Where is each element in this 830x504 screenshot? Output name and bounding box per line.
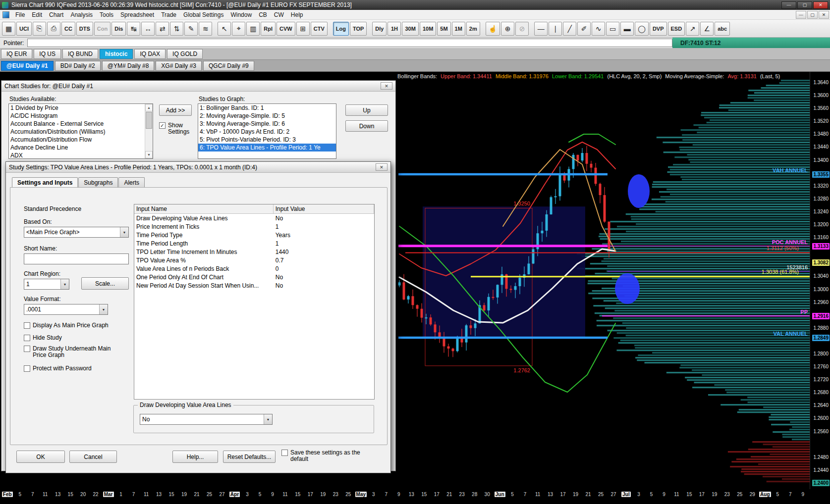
reset-defaults-button[interactable]: Reset Defaults... xyxy=(223,451,276,463)
input-row[interactable]: One Period Only At End Of ChartNo xyxy=(134,273,374,281)
dts-button[interactable]: DTS xyxy=(76,22,93,36)
date-axis[interactable]: Feb571113152022Mar1711131519212527Apr359… xyxy=(0,489,830,499)
move-down-button[interactable]: Down xyxy=(345,120,388,132)
timeframe-10m-button[interactable]: 10M xyxy=(420,22,436,36)
menu-file[interactable]: File xyxy=(12,10,28,19)
input-row[interactable]: TPO Value Area %0.7 xyxy=(134,256,374,264)
menu-global-settings[interactable]: Global Settings xyxy=(180,10,227,19)
close-icon[interactable]: ✕ xyxy=(381,82,392,90)
chart-region-select[interactable]: 1 ▼ xyxy=(24,279,69,290)
input-row[interactable]: Value Area Lines of n Periods Back0 xyxy=(134,264,374,273)
chart-studies-titlebar[interactable]: Chart Studies for: @EU# Daily #1 ✕ xyxy=(1,81,395,92)
timeframe-1m-button[interactable]: 1M xyxy=(452,22,465,36)
menu-edit[interactable]: Edit xyxy=(28,10,46,19)
scroll-up-icon[interactable]: ▲ xyxy=(145,104,153,111)
input-row[interactable]: Time Period TypeYears xyxy=(134,231,374,239)
pointer-input[interactable] xyxy=(27,39,672,47)
hand-tool-icon[interactable]: ☝ xyxy=(486,22,500,36)
chartbook-tab-histocic[interactable]: histocic xyxy=(100,49,133,59)
maximize-button[interactable]: ▢ xyxy=(797,1,812,9)
scrollbar[interactable]: ▲ ▼ xyxy=(145,104,153,158)
angle-tool-icon[interactable]: ∠ xyxy=(700,22,714,36)
scroll-down-icon[interactable]: ▼ xyxy=(145,151,153,158)
tab-settings-and-inputs[interactable]: Settings and Inputs xyxy=(12,177,78,188)
protect-with-password-checkbox[interactable] xyxy=(24,365,30,372)
study-settings-titlebar[interactable]: Study Settings: TPO Value Area Lines - P… xyxy=(6,162,390,173)
add-grid-icon[interactable]: ⊞ xyxy=(296,22,310,36)
menu-cb[interactable]: CB xyxy=(255,10,271,19)
chart-tab[interactable]: XG# Daily #3 xyxy=(156,61,202,71)
list-item[interactable]: 3: Moving Average-Simple. ID: 6 xyxy=(198,120,336,128)
studies-to-graph-list[interactable]: 1: Bollinger Bands. ID: 12: Moving Avera… xyxy=(198,103,336,159)
chevron-down-icon[interactable]: ▼ xyxy=(99,304,108,314)
chevron-down-icon[interactable]: ▼ xyxy=(264,414,272,424)
crosshair-tool-icon[interactable]: ⌖ xyxy=(232,22,245,36)
input-row[interactable]: Price Increment in Ticks1 xyxy=(134,222,374,231)
ctv-button[interactable]: CTV xyxy=(311,22,328,36)
cvw-button[interactable]: CVW xyxy=(277,22,295,36)
protect-with-password-checkbox-row[interactable]: Protect with Password xyxy=(24,365,133,372)
window-titlebar[interactable]: Sierra Chart 990 IQFeed 2013-06-26 00:26… xyxy=(0,0,830,10)
chart-tab[interactable]: BD# Daily #2 xyxy=(55,61,101,71)
price-scale[interactable]: 1.36401.36001.35601.35201.34801.34401.34… xyxy=(810,72,830,489)
menu-help[interactable]: Help xyxy=(287,10,307,19)
top-button[interactable]: TOP xyxy=(350,22,367,36)
input-row[interactable]: TPO Letter Time Increment In Minutes1440 xyxy=(134,248,374,256)
close-icon[interactable]: ✕ xyxy=(376,163,387,171)
input-row[interactable]: Time Period Length1 xyxy=(134,239,374,248)
chart-tab[interactable]: @YM# Daily #8 xyxy=(102,61,155,71)
list-item[interactable]: 4: VbP - 10000 Days At End. ID: 2 xyxy=(198,128,336,136)
list-item[interactable]: 1: Bollinger Bands. ID: 1 xyxy=(198,104,336,112)
log-scale-button[interactable]: Log xyxy=(333,22,349,36)
vertical-line-tool-icon[interactable]: ∣ xyxy=(549,22,562,36)
list-item[interactable]: Advance Decline Line xyxy=(9,144,145,151)
save-default-checkbox-row[interactable]: Save these settings as the default xyxy=(281,450,361,462)
menu-spreadsheet[interactable]: Spreadsheet xyxy=(117,10,158,19)
scale-button[interactable]: Scale... xyxy=(81,277,129,290)
chevron-down-icon[interactable]: ▼ xyxy=(60,279,69,289)
draw-developing-select[interactable]: No ▼ xyxy=(140,414,273,425)
trendline-tool-icon[interactable]: ╱ xyxy=(563,22,576,36)
daily-button[interactable]: Dly xyxy=(372,22,387,36)
input-row[interactable]: New Period At Day Session Start When Usi… xyxy=(134,281,374,290)
timeframe-1h-button[interactable]: 1H xyxy=(387,22,401,36)
timeframe-2m-button[interactable]: 2m xyxy=(466,22,480,36)
menu-window[interactable]: Window xyxy=(227,10,255,19)
timeframe-5m-button[interactable]: 5M xyxy=(437,22,450,36)
hide-study-checkbox-row[interactable]: Hide Study xyxy=(24,335,133,341)
document-icon[interactable] xyxy=(2,11,9,18)
short-name-input[interactable] xyxy=(24,253,129,264)
dis-button[interactable]: Dis xyxy=(111,22,126,36)
input-name-header[interactable]: Input Name xyxy=(134,204,274,213)
child-restore-button[interactable]: ▢ xyxy=(807,11,818,19)
bar-spacing-decrease-icon[interactable]: ↹ xyxy=(127,22,140,36)
chart-icon[interactable]: ▦ xyxy=(2,22,15,36)
input-value-header[interactable]: Input Value xyxy=(274,204,374,213)
minimize-button[interactable]: — xyxy=(781,1,796,9)
list-item[interactable]: 2: Moving Average-Simple. ID: 5 xyxy=(198,112,336,120)
pointer-tool-icon[interactable]: ↖ xyxy=(218,22,231,36)
dvp-button[interactable]: DVP xyxy=(650,22,667,36)
filled-rectangle-tool-icon[interactable]: ▬ xyxy=(620,22,634,36)
value-format-select[interactable]: .0001 ▼ xyxy=(24,304,108,315)
chart-tab[interactable]: QGC# Daily #9 xyxy=(203,61,254,71)
scrollbar-thumb[interactable] xyxy=(146,112,152,129)
chartbook-tab-iq-bund[interactable]: IQ BUND xyxy=(62,49,98,59)
chartbook-tab-iq-us[interactable]: IQ US xyxy=(34,49,61,59)
chevron-down-icon[interactable]: ▼ xyxy=(120,227,128,237)
bar-spacing-increase-icon[interactable]: ↔ xyxy=(141,22,155,36)
list-item[interactable]: 1 Divided by Price xyxy=(9,104,145,112)
input-row[interactable]: Draw Developing Value Area LinesNo xyxy=(134,214,374,222)
list-item[interactable]: Accumulation/Distribution Flow xyxy=(9,136,145,144)
cc-button[interactable]: CC xyxy=(61,22,75,36)
menu-tools[interactable]: Tools xyxy=(96,10,117,19)
menu-chart[interactable]: Chart xyxy=(46,10,67,19)
annotate-tool-icon[interactable]: ✐ xyxy=(577,22,591,36)
chartbook-tab-iq-gold[interactable]: IQ GOLD xyxy=(167,49,203,59)
rectangle-tool-icon[interactable]: ▭ xyxy=(606,22,619,36)
tab-alerts[interactable]: Alerts xyxy=(118,177,145,188)
move-up-button[interactable]: Up xyxy=(345,104,388,116)
chartbook-tab-iq-dax[interactable]: IQ DAX xyxy=(134,49,166,59)
horizontal-line-tool-icon[interactable]: ― xyxy=(534,22,548,36)
list-item[interactable]: Accumulation/Distribution (Williams) xyxy=(9,128,145,136)
